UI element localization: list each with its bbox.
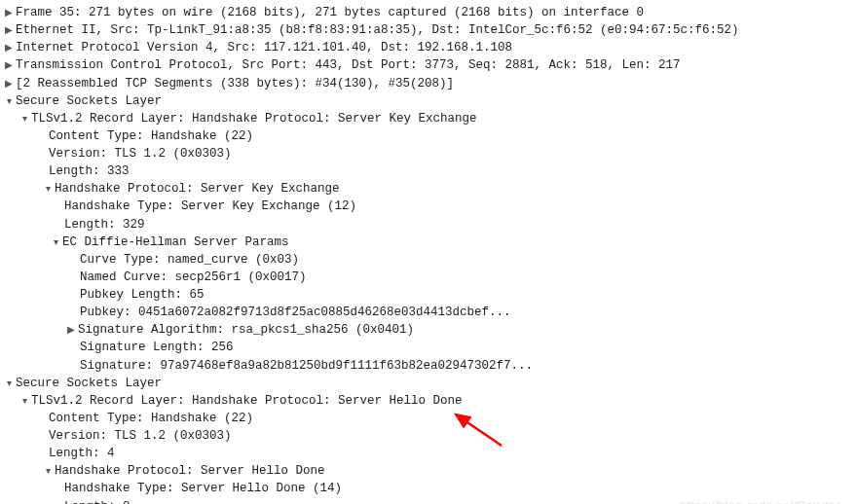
tree-row-field[interactable]: Handshake Type: Server Key Exchange (12) — [2, 198, 855, 215]
tree-row-field[interactable]: Version: TLS 1.2 (0x0303) — [2, 427, 855, 445]
tree-row-field[interactable]: Handshake Type: Server Hello Done (14) — [2, 480, 855, 497]
chevron-down-icon[interactable]: ▾ — [2, 180, 55, 198]
field-text: Length: 329 — [2, 216, 855, 234]
chevron-right-icon[interactable]: ▶ — [2, 321, 78, 339]
tree-row-field[interactable]: Curve Type: named_curve (0x03) — [2, 251, 855, 269]
field-text: Version: TLS 1.2 (0x0303) — [2, 145, 855, 162]
tree-row-ethernet[interactable]: ▶ Ethernet II, Src: Tp-LinkT_91:a8:35 (b… — [2, 21, 855, 39]
tree-row-field[interactable]: Signature: 97a97468ef8a9a82b81250bd9f111… — [2, 357, 855, 375]
tree-row-ssl[interactable]: ▾ Secure Sockets Layer — [2, 375, 855, 392]
protocol-text: Internet Protocol Version 4, Src: 117.12… — [16, 39, 855, 56]
field-text: Content Type: Handshake (22) — [2, 127, 855, 145]
field-text: Content Type: Handshake (22) — [2, 410, 855, 427]
protocol-text: Handshake Protocol: Server Key Exchange — [55, 180, 855, 198]
tree-row-ssl[interactable]: ▾ Secure Sockets Layer — [2, 92, 855, 110]
chevron-down-icon[interactable]: ▾ — [2, 462, 55, 480]
field-text: Signature Length: 256 — [2, 339, 855, 356]
protocol-text: [2 Reassembled TCP Segments (338 bytes):… — [16, 75, 855, 92]
tree-row-record[interactable]: ▾ TLSv1.2 Record Layer: Handshake Protoc… — [2, 392, 855, 410]
protocol-text: Frame 35: 271 bytes on wire (2168 bits),… — [16, 4, 855, 21]
field-text: Length: 4 — [2, 445, 855, 462]
tree-row-frame[interactable]: ▶ Frame 35: 271 bytes on wire (2168 bits… — [2, 4, 855, 21]
tree-row-record[interactable]: ▾ TLSv1.2 Record Layer: Handshake Protoc… — [2, 110, 855, 127]
chevron-right-icon[interactable]: ▶ — [2, 4, 16, 21]
protocol-text: Handshake Protocol: Server Hello Done — [55, 462, 855, 480]
chevron-right-icon[interactable]: ▶ — [2, 75, 16, 92]
protocol-text: Ethernet II, Src: Tp-LinkT_91:a8:35 (b8:… — [16, 21, 855, 39]
tree-row-field[interactable]: Named Curve: secp256r1 (0x0017) — [2, 269, 855, 286]
chevron-right-icon[interactable]: ▶ — [2, 39, 16, 56]
chevron-down-icon[interactable]: ▾ — [2, 234, 62, 251]
tree-row-field[interactable]: Pubkey: 0451a6072a082f9713d8f25ac0885d46… — [2, 304, 855, 321]
tree-row-reassembled[interactable]: ▶ [2 Reassembled TCP Segments (338 bytes… — [2, 75, 855, 92]
protocol-text: EC Diffie-Hellman Server Params — [62, 234, 855, 251]
tree-row-field[interactable]: Content Type: Handshake (22) — [2, 127, 855, 145]
chevron-right-icon[interactable]: ▶ — [2, 56, 16, 74]
chevron-right-icon[interactable]: ▶ — [2, 21, 16, 39]
tree-row-field[interactable]: Length: 0 — [2, 498, 855, 505]
tree-row-ecdh[interactable]: ▾ EC Diffie-Hellman Server Params — [2, 234, 855, 251]
field-text: Signature: 97a97468ef8a9a82b81250bd9f111… — [2, 357, 855, 375]
field-text: Pubkey Length: 65 — [2, 286, 855, 304]
protocol-text: Transmission Control Protocol, Src Port:… — [16, 56, 855, 74]
tree-row-tcp[interactable]: ▶ Transmission Control Protocol, Src Por… — [2, 56, 855, 74]
protocol-text: TLSv1.2 Record Layer: Handshake Protocol… — [31, 110, 855, 127]
field-text: Handshake Type: Server Hello Done (14) — [2, 480, 855, 497]
field-text: Length: 333 — [2, 162, 855, 180]
field-text: Signature Algorithm: rsa_pkcs1_sha256 (0… — [78, 321, 855, 339]
protocol-text: Secure Sockets Layer — [16, 375, 855, 392]
field-text: Version: TLS 1.2 (0x0303) — [2, 427, 855, 445]
tree-row-ip[interactable]: ▶ Internet Protocol Version 4, Src: 117.… — [2, 39, 855, 56]
field-text: Handshake Type: Server Key Exchange (12) — [2, 198, 855, 215]
field-text: Length: 0 — [2, 498, 855, 505]
tree-row-handshake[interactable]: ▾ Handshake Protocol: Server Key Exchang… — [2, 180, 855, 198]
protocol-text: Secure Sockets Layer — [16, 92, 855, 110]
tree-row-field[interactable]: Length: 4 — [2, 445, 855, 462]
field-text: Curve Type: named_curve (0x03) — [2, 251, 855, 269]
chevron-down-icon[interactable]: ▾ — [2, 92, 16, 110]
tree-row-field[interactable]: Pubkey Length: 65 — [2, 286, 855, 304]
field-text: Pubkey: 0451a6072a082f9713d8f25ac0885d46… — [2, 304, 855, 321]
tree-row-field[interactable]: Length: 333 — [2, 162, 855, 180]
field-text: Named Curve: secp256r1 (0x0017) — [2, 269, 855, 286]
chevron-down-icon[interactable]: ▾ — [2, 375, 16, 392]
tree-row-field[interactable]: Signature Length: 256 — [2, 339, 855, 356]
tree-row-field[interactable]: Length: 329 — [2, 216, 855, 234]
tree-row-field[interactable]: Content Type: Handshake (22) — [2, 410, 855, 427]
tree-row-field[interactable]: Version: TLS 1.2 (0x0303) — [2, 145, 855, 162]
chevron-down-icon[interactable]: ▾ — [2, 392, 31, 410]
chevron-down-icon[interactable]: ▾ — [2, 110, 31, 127]
tree-row-handshake[interactable]: ▾ Handshake Protocol: Server Hello Done — [2, 462, 855, 480]
protocol-text: TLSv1.2 Record Layer: Handshake Protocol… — [31, 392, 855, 410]
tree-row-sigalg[interactable]: ▶ Signature Algorithm: rsa_pkcs1_sha256 … — [2, 321, 855, 339]
